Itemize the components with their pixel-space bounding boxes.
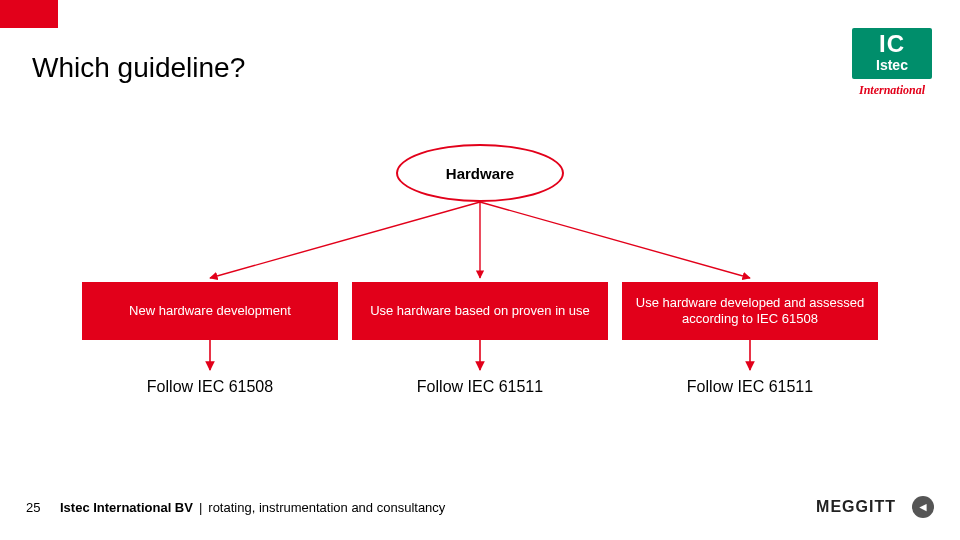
root-node-hardware: Hardware [396, 144, 564, 202]
diagram: Hardware New hardware development Use ha… [0, 130, 960, 430]
follow-2: Follow IEC 61511 [352, 378, 608, 396]
footer-tagline: rotating, instrumentation and consultanc… [208, 500, 445, 515]
istec-logo-ic: IC [858, 32, 926, 56]
corner-accent [0, 0, 58, 28]
slide: Which guideline? IC Istec International … [0, 0, 960, 540]
back-button[interactable]: ◄ [912, 496, 934, 518]
follow-1: Follow IEC 61508 [82, 378, 338, 396]
meggitt-logo: MEGGITT [816, 498, 896, 516]
page-title: Which guideline? [32, 52, 245, 84]
branch-box-1: New hardware development [82, 282, 338, 340]
branch-box-2-label: Use hardware based on proven in use [370, 303, 590, 319]
svg-line-2 [480, 202, 750, 278]
istec-logo-box: IC Istec [852, 28, 932, 79]
footer-company: Istec International BV [60, 500, 193, 515]
istec-logo-name: Istec [858, 58, 926, 73]
branch-box-1-label: New hardware development [129, 303, 291, 319]
istec-logo: IC Istec International [852, 28, 932, 98]
branch-box-3-label: Use hardware developed and assessed acco… [632, 295, 868, 328]
root-node-label: Hardware [446, 165, 514, 182]
footer-separator: | [199, 500, 202, 515]
page-number: 25 [26, 500, 52, 515]
istec-logo-intl: International [852, 83, 932, 98]
svg-line-0 [210, 202, 480, 278]
follow-3: Follow IEC 61511 [622, 378, 878, 396]
branch-box-3: Use hardware developed and assessed acco… [622, 282, 878, 340]
footer: 25 Istec International BV | rotating, in… [0, 496, 960, 518]
branch-box-2: Use hardware based on proven in use [352, 282, 608, 340]
back-arrow-icon: ◄ [917, 500, 929, 514]
